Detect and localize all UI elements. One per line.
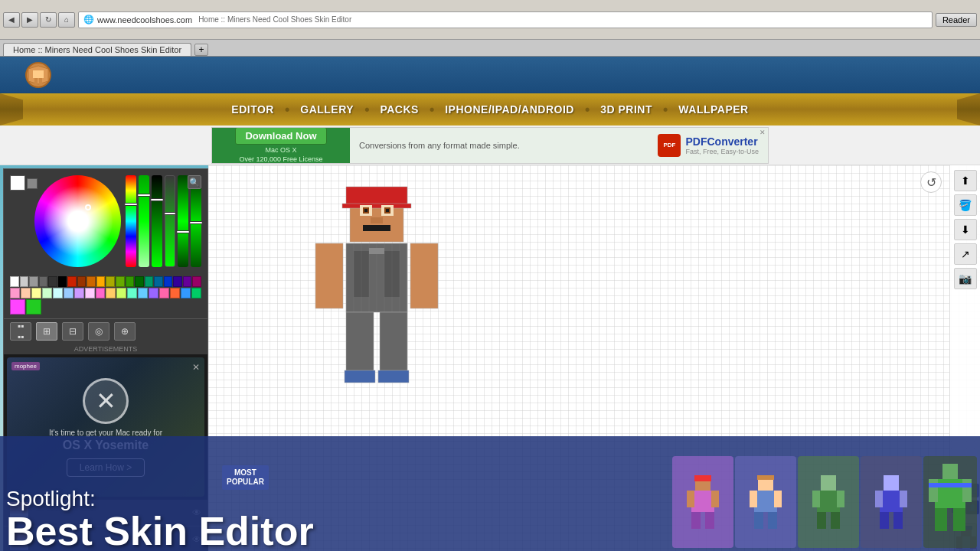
svg-rect-6: [342, 204, 411, 208]
grid-tool-2[interactable]: ⊞: [36, 322, 57, 341]
swatch-lavender[interactable]: [74, 288, 84, 298]
swatch-lime[interactable]: [116, 276, 125, 287]
pdf-info: PDFConverter Fast, Free, Easy-to-Use: [685, 135, 759, 155]
minecraft-skin: [300, 181, 453, 459]
swatch-emerald[interactable]: [191, 288, 201, 298]
swatch-peach[interactable]: [21, 288, 31, 298]
saturation-slider[interactable]: [139, 175, 149, 267]
swatch-teal[interactable]: [145, 276, 154, 287]
nav-3dprint[interactable]: 3D PRINT: [590, 103, 663, 116]
reader-button[interactable]: Reader: [936, 13, 977, 27]
reload-button[interactable]: ↻: [40, 12, 57, 28]
swatch-white[interactable]: [10, 276, 19, 287]
body-tool[interactable]: ⊕: [114, 322, 136, 341]
nav-wallpaper[interactable]: WALLPAPER: [668, 103, 759, 116]
hue-slider[interactable]: [126, 175, 136, 267]
nav-editor[interactable]: EDITOR: [220, 103, 285, 116]
grid-tool-3[interactable]: ⊟: [62, 322, 83, 341]
pdf-icon: PDF: [658, 134, 681, 157]
top-banner: [0, 57, 980, 93]
new-tab-button[interactable]: +: [194, 44, 208, 56]
swatch-cerulean[interactable]: [181, 288, 191, 298]
swatch-lightgreen[interactable]: [42, 288, 52, 298]
ad-right: Conversions from any format made simple.…: [350, 134, 768, 157]
svg-rect-11: [364, 209, 368, 212]
selected-color-1[interactable]: [10, 299, 25, 315]
spotlight-title: Best Skin Editor: [6, 511, 980, 551]
color-squares: [10, 175, 38, 191]
site-icon: 🌐: [83, 15, 94, 24]
home-button[interactable]: ⌂: [58, 12, 75, 28]
swatch-darkgreen[interactable]: [135, 276, 144, 287]
slider-extra1[interactable]: [178, 175, 188, 267]
swatch-green[interactable]: [126, 276, 135, 287]
active-tab[interactable]: Home :: Miners Need Cool Shoes Skin Edit…: [3, 43, 191, 56]
swatch-gray[interactable]: [29, 276, 38, 287]
fill-tool[interactable]: 🪣: [954, 194, 977, 216]
swatch-greenyellow[interactable]: [116, 288, 126, 298]
url-text: www.needcoolshoes.com: [97, 15, 192, 24]
swatch-blue[interactable]: [164, 276, 173, 287]
swatch-yellow[interactable]: [96, 276, 106, 287]
swatch-verydarkgray[interactable]: [48, 276, 57, 287]
grid-tool-1[interactable]: ▪▪▪▪: [10, 322, 31, 341]
brightness-slider[interactable]: [152, 175, 162, 267]
pdf-tagline: Fast, Free, Easy-to-Use: [685, 148, 759, 155]
swatch-red[interactable]: [67, 276, 77, 287]
osx-ad-close[interactable]: ✕: [192, 362, 200, 373]
swatch-brown[interactable]: [77, 276, 87, 287]
share-tool[interactable]: ↗: [954, 243, 977, 265]
swatch-coral[interactable]: [170, 288, 180, 298]
swatch-violet[interactable]: [149, 288, 158, 298]
osx-logo: ✕: [83, 378, 129, 424]
swatch-hotpink[interactable]: [96, 288, 106, 298]
eyedropper-tool[interactable]: 🔍: [188, 175, 201, 189]
swatch-darkblue[interactable]: [173, 276, 182, 287]
export-tool[interactable]: ⬇: [954, 219, 977, 240]
swatch-pink[interactable]: [10, 288, 20, 298]
color-wheel[interactable]: [34, 175, 121, 267]
swatch-purple[interactable]: [183, 276, 192, 287]
swatch-orange[interactable]: [87, 276, 96, 287]
download-now-button[interactable]: Download Now: [235, 127, 326, 145]
nav-buttons: ◀ ▶ ↻ ⌂: [3, 12, 75, 28]
swatch-lightgray[interactable]: [20, 276, 29, 287]
head-tool[interactable]: ◎: [88, 322, 109, 341]
forward-button[interactable]: ▶: [21, 12, 38, 28]
nav-gallery[interactable]: GALLERY: [289, 103, 364, 116]
fg-color[interactable]: [10, 175, 25, 191]
site-logo: [15, 60, 61, 90]
nav-ribbon: EDITOR • GALLERY • PACKS • IPHONE/IPAD/A…: [0, 93, 980, 126]
back-button[interactable]: ◀: [3, 12, 20, 28]
color-sliders: [126, 175, 201, 267]
swatch-cyan[interactable]: [154, 276, 163, 287]
swatch-olive[interactable]: [106, 276, 115, 287]
swatch-gold[interactable]: [106, 288, 116, 298]
ad-close-button[interactable]: ✕: [760, 129, 766, 136]
nav-packs[interactable]: PACKS: [369, 103, 429, 116]
swatch-lightblue[interactable]: [64, 288, 74, 298]
swatch-magenta[interactable]: [192, 276, 201, 287]
address-bar[interactable]: 🌐 www.needcoolshoes.com Home :: Miners N…: [78, 11, 933, 28]
alpha-slider[interactable]: [165, 175, 175, 267]
bg-color[interactable]: [27, 178, 38, 189]
swatch-lightpink[interactable]: [85, 288, 95, 298]
palette-row-1: [10, 276, 201, 287]
swatch-darkgray[interactable]: [39, 276, 48, 287]
camera-tool[interactable]: 📷: [954, 268, 977, 289]
swatch-lightcyan[interactable]: [53, 288, 63, 298]
spotlight-label: Spotlight:: [6, 487, 980, 511]
svg-rect-23: [345, 370, 375, 383]
handle-extra1: [176, 230, 190, 233]
selected-color-2[interactable]: [26, 299, 41, 315]
swatch-rose[interactable]: [159, 288, 169, 298]
swatch-skyblue[interactable]: [138, 288, 148, 298]
reset-button[interactable]: ↺: [920, 171, 942, 193]
swatch-mint[interactable]: [127, 288, 137, 298]
swatch-black[interactable]: [58, 276, 67, 287]
swatch-lightyellow[interactable]: [31, 288, 41, 298]
import-tool[interactable]: ⬆: [954, 170, 977, 191]
slider-extra2[interactable]: [191, 175, 201, 267]
nav-mobile[interactable]: IPHONE/IPAD/ANDROID: [434, 103, 585, 116]
svg-rect-3: [39, 78, 42, 84]
